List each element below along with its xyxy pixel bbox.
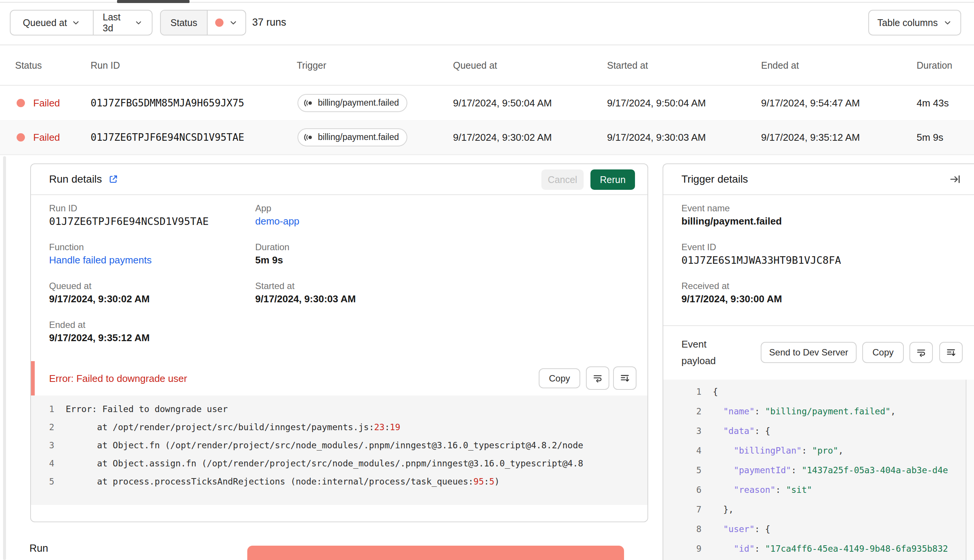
col-started-at: Started at: [607, 60, 648, 70]
started-at-label: Started at: [255, 281, 294, 291]
code-line: 8 "user": {: [663, 519, 966, 539]
event-id-value: 01J7ZE6S1MJWA33HT9B1VJC8FA: [681, 254, 841, 266]
event-payload-json: 1{2 "name": "billing/payment.failed",3 "…: [663, 380, 966, 560]
ended-at-label: Ended at: [49, 320, 85, 330]
event-pulse-icon: [304, 132, 314, 142]
duration-label: Duration: [255, 242, 290, 252]
code-line: 10 }: [663, 558, 966, 560]
trigger-badge-label: billing/payment.failed: [318, 132, 399, 142]
error-section-header: Error: Failed to downgrade user Copy: [31, 361, 647, 395]
started-at-cell: 9/17/2024, 9:50:04 AM: [607, 97, 706, 109]
event-name-value: billing/payment.failed: [681, 215, 782, 227]
external-link-icon[interactable]: [108, 174, 118, 185]
chevron-down-icon: [229, 18, 238, 27]
trigger-details-title: Trigger details: [681, 173, 748, 185]
function-link[interactable]: Handle failed payments: [49, 254, 152, 266]
col-duration: Duration: [917, 60, 952, 70]
status-filter-group: Status: [160, 10, 246, 35]
code-line: 4 "billingPlan": "pro",: [663, 441, 966, 460]
send-to-dev-server-button[interactable]: Send to Dev Server: [761, 342, 857, 363]
received-at-label: Received at: [681, 281, 729, 291]
error-title: Error: Failed to downgrade user: [49, 372, 187, 384]
code-line: 9 "id": "17ca4ff6-45ea-4149-9b48-6fa935b…: [663, 539, 966, 558]
col-status: Status: [15, 60, 42, 70]
run-id-value: 01J7ZE6TPJF6E94NCSD1V95TAE: [49, 215, 209, 227]
run-details-header: Run details Cancel Rerun: [31, 164, 647, 195]
top-scrollbar-thumb[interactable]: [117, 0, 190, 3]
code-line: 2 at /opt/render/project/src/build/innge…: [31, 418, 647, 436]
code-line: 5 "paymentId": "1437a25f-05a3-404a-ab3e-…: [663, 460, 966, 480]
code-line: 4 at Object.assign.fn (/opt/render/proje…: [31, 454, 647, 472]
error-accent-bar: [31, 361, 35, 395]
trigger-details-header: Trigger details: [663, 164, 974, 195]
code-line: 7 },: [663, 500, 966, 519]
code-line: 1{: [663, 382, 966, 402]
trigger-badge[interactable]: billing/payment.failed: [297, 94, 407, 112]
app-label: App: [255, 203, 272, 213]
trigger-badge[interactable]: billing/payment.failed: [297, 128, 407, 147]
runs-dashboard: Queued at Last 3d Status 37 runs Table c…: [0, 0, 974, 560]
failed-status-dot-icon: [17, 133, 25, 142]
word-wrap-icon: [916, 347, 926, 358]
timeline-run-bar[interactable]: [247, 546, 624, 560]
run-id-label: Run ID: [49, 203, 77, 213]
word-wrap-icon: [592, 373, 603, 383]
filters-toolbar: Queued at Last 3d Status 37 runs Table c…: [0, 3, 974, 45]
col-trigger: Trigger: [297, 60, 326, 70]
run-details-panel: Run details Cancel Rerun Run ID 01J7ZE6T…: [30, 163, 648, 522]
runs-count: 37 runs: [252, 17, 286, 28]
status-filter-dropdown[interactable]: [207, 10, 245, 35]
code-line: 1Error: Failed to downgrade user: [31, 400, 647, 418]
started-at-cell: 9/17/2024, 9:30:03 AM: [607, 131, 706, 143]
status-badge: Failed: [33, 131, 60, 143]
col-run-id: Run ID: [91, 60, 120, 70]
payload-scrollbar-gutter[interactable]: [966, 380, 974, 560]
run-details-title: Run details: [49, 173, 102, 185]
table-row[interactable]: Failed 01J7ZE6TPJF6E94NCSD1V95TAE billin…: [0, 120, 974, 155]
code-line: 3 at Object.fn (/opt/render/project/src/…: [31, 436, 647, 454]
details-scrollbar[interactable]: [3, 156, 6, 560]
started-at-value: 9/17/2024, 9:30:03 AM: [255, 293, 355, 305]
status-badge: Failed: [33, 97, 60, 109]
stack-trace-block: 1Error: Failed to downgrade user2 at /op…: [31, 395, 647, 505]
duration-cell: 5m 9s: [917, 131, 944, 143]
runs-table-header: Status Run ID Trigger Queued at Started …: [0, 45, 974, 86]
failed-status-dot-icon: [215, 18, 223, 27]
copy-error-button[interactable]: Copy: [539, 368, 580, 388]
chevron-down-icon: [943, 18, 952, 27]
chevron-down-icon: [134, 18, 143, 27]
time-range-dropdown[interactable]: Last 3d: [93, 10, 152, 35]
cancel-button[interactable]: Cancel: [541, 170, 584, 190]
expand-output-button[interactable]: [613, 367, 637, 390]
word-wrap-button[interactable]: [909, 342, 933, 363]
word-wrap-button[interactable]: [586, 367, 609, 390]
received-at-value: 9/17/2024, 9:30:00 AM: [681, 293, 782, 305]
status-filter-label: Status: [161, 10, 207, 35]
time-filter-group: Queued at Last 3d: [10, 10, 152, 35]
time-field-dropdown[interactable]: Queued at: [10, 10, 93, 35]
event-id-label: Event ID: [681, 242, 716, 252]
code-line: 6 "reason": "sit": [663, 480, 966, 500]
ended-at-value: 9/17/2024, 9:35:12 AM: [49, 332, 150, 344]
queued-at-label: Queued at: [49, 281, 91, 291]
table-columns-label: Table columns: [877, 17, 938, 28]
ended-at-cell: 9/17/2024, 9:54:47 AM: [761, 97, 860, 109]
ended-at-cell: 9/17/2024, 9:35:12 AM: [761, 131, 860, 143]
trigger-badge-label: billing/payment.failed: [318, 98, 399, 108]
col-ended-at: Ended at: [761, 60, 799, 70]
rerun-button[interactable]: Rerun: [590, 170, 635, 190]
copy-payload-button[interactable]: Copy: [862, 342, 904, 363]
event-payload-title: Event payload: [681, 336, 716, 369]
collapse-panel-icon[interactable]: [949, 173, 961, 185]
trigger-details-panel: Trigger details Event name billing/payme…: [662, 163, 974, 560]
failed-status-dot-icon: [17, 99, 25, 107]
table-columns-button[interactable]: Table columns: [868, 10, 961, 35]
expand-output-button[interactable]: [939, 342, 963, 363]
run-id: 01J7ZE6TPJF6E94NCSD1V95TAE: [91, 132, 244, 143]
function-label: Function: [49, 242, 84, 252]
queued-at-value: 9/17/2024, 9:30:02 AM: [49, 293, 150, 305]
event-pulse-icon: [304, 98, 314, 108]
app-link[interactable]: demo-app: [255, 215, 299, 227]
duration-value: 5m 9s: [255, 254, 283, 266]
table-row[interactable]: Failed 01J7ZFBG5DMM85MJA9H659JX75 billin…: [0, 86, 974, 121]
